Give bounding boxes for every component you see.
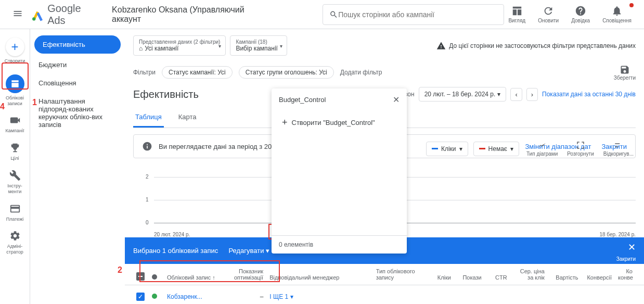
help-button[interactable]: Довідка [567, 3, 594, 26]
annotation-2: 2 [118, 265, 122, 275]
rail-goals[interactable]: Цілі [0, 138, 30, 166]
campaign-dropdown[interactable]: Кампанії (18) Вибір кампанії ▾ [230, 35, 287, 56]
rail-create[interactable]: + Створити [0, 33, 30, 68]
bell-icon [611, 5, 623, 17]
col-impr[interactable]: Покази [454, 274, 485, 281]
add-filter[interactable]: Додати фільтр [340, 69, 382, 76]
search-input[interactable] [338, 10, 497, 19]
chart-adjust-button[interactable]: Відкоригув... [601, 141, 636, 157]
col-type[interactable]: Тип облікового запису [373, 268, 424, 281]
filter-campaign-status[interactable]: Статус кампанії: Усі [162, 66, 233, 79]
selection-close-icon[interactable]: ✕ [628, 242, 636, 253]
notifications-button[interactable]: Сповіщення [598, 3, 636, 26]
create-label-button[interactable]: + Створити "Budget_Control" [277, 113, 402, 132]
selection-text: Вибрано 1 обліковий запис [133, 247, 218, 255]
popup-footer: 0 елементів [272, 235, 407, 254]
help-icon [575, 5, 586, 17]
sliders-icon [614, 141, 623, 150]
metric-none[interactable]: Немає▾ [473, 142, 519, 156]
metric-clicks[interactable]: Кліки▾ [426, 142, 468, 156]
menu-button[interactable] [8, 4, 27, 24]
label-popup: Budget_Control ✕ + Створити "Budget_Cont… [272, 88, 407, 254]
table-row[interactable]: ✓ Кобзаренк... – І ЩЕ 1 ▾ [125, 285, 644, 304]
col-clicks[interactable]: Кліки [423, 274, 454, 281]
rail-campaigns[interactable]: Кампанії [0, 110, 30, 138]
annotation-4: 4 [0, 102, 5, 111]
col-last[interactable]: Ко конве [615, 268, 636, 281]
col-cpc[interactable]: Сер. ціна за клік [510, 268, 548, 281]
more-managers[interactable]: І ЩЕ 1 ▾ [269, 293, 293, 300]
chart-icon [537, 141, 547, 150]
rail-payments[interactable]: Платежі [0, 199, 30, 226]
warning-message: До цієї сторінки не застосовуються фільт… [436, 41, 636, 50]
wrench-icon [9, 170, 21, 181]
sort-up-icon: ↑ [212, 274, 215, 281]
table-header: Обліковий запис ↑ Показник оптимізації В… [125, 264, 644, 285]
col-opt[interactable]: Показник оптимізації [230, 268, 266, 281]
page-title: Ефективність [133, 88, 199, 100]
filters-label: Фільтри [133, 69, 156, 76]
chart-type-button[interactable]: Тип діаграми [524, 141, 560, 157]
col-conv[interactable]: Конверсії [581, 274, 615, 281]
data-view-dropdown[interactable]: Представлення даних (2 фільтри) ⌂Усі кам… [133, 35, 226, 56]
row-checkbox[interactable]: ✓ [136, 293, 145, 301]
chevron-down-icon: ▾ [510, 145, 513, 153]
date-next[interactable]: › [526, 88, 538, 101]
notification-dot [629, 3, 634, 7]
gear-icon [9, 230, 21, 242]
col-ctr[interactable]: CTR [485, 274, 510, 281]
logo-text: Google Ads [47, 3, 99, 27]
sidebar-submanager-settings[interactable]: Налаштування підпоряд-кованих керуючих о… [30, 92, 125, 134]
save-button[interactable]: Зберегти [614, 65, 636, 81]
trophy-icon [9, 142, 21, 154]
status-header-dot [152, 274, 157, 280]
home-icon: ⌂ [139, 45, 143, 52]
tab-map[interactable]: Карта [176, 108, 199, 128]
date-prev[interactable]: ‹ [510, 88, 522, 101]
account-link[interactable]: Кобзаренк... [167, 293, 202, 300]
card-icon [9, 203, 21, 214]
status-dot [152, 294, 157, 299]
popup-close-icon[interactable]: ✕ [393, 95, 400, 105]
col-cost[interactable]: Вартість [548, 274, 582, 281]
select-all-checkbox[interactable] [136, 272, 145, 281]
google-ads-icon [31, 8, 44, 21]
rail-tools[interactable]: Інстру-менти [0, 166, 30, 199]
sidebar-performance[interactable]: Ефективність [34, 35, 121, 54]
filter-adgroup-status[interactable]: Статус групи оголошень: Усі [239, 66, 334, 79]
expand-icon [576, 141, 585, 150]
megaphone-icon [9, 115, 21, 126]
svg-point-0 [32, 17, 35, 20]
chart-expand-button[interactable]: Розгорнути [565, 141, 596, 157]
table-icon [511, 5, 523, 17]
rail-admin[interactable]: Адміні-стратор [0, 226, 30, 259]
col-mgr[interactable]: Відповідальний менеджер [266, 274, 373, 281]
last-30-days-link[interactable]: Показати дані за останні 30 днів [542, 91, 636, 98]
view-button[interactable]: Вигляд [504, 3, 530, 26]
banner-text: Ви переглядаєте дані за період з 2024-02 [159, 143, 289, 150]
save-icon [620, 65, 630, 75]
refresh-icon [543, 5, 554, 17]
edit-button[interactable]: Редагувати▾ [222, 243, 276, 259]
plus-icon: + [6, 37, 24, 56]
chevron-down-icon: ▾ [459, 145, 462, 153]
date-range-select[interactable]: 20 лют. – 18 бер. 2024 р.▾ [419, 87, 507, 102]
plus-icon: + [282, 117, 288, 128]
logo: Google Ads [31, 3, 99, 27]
chevron-down-icon: ▾ [280, 43, 282, 48]
info-icon [142, 141, 152, 151]
opt-value: – [230, 293, 266, 300]
search-icon [329, 10, 338, 19]
warning-icon [436, 41, 446, 50]
hamburger-icon [12, 8, 23, 19]
col-account[interactable]: Обліковий запис ↑ [164, 274, 230, 281]
chevron-down-icon: ▾ [497, 91, 500, 98]
tab-table[interactable]: Таблиця [133, 108, 164, 128]
chevron-down-icon: ▾ [266, 247, 269, 255]
account-name[interactable]: Kobzarenko Oksana (Управляючий аккаунт [112, 5, 271, 24]
chevron-down-icon: ▾ [218, 43, 221, 48]
refresh-button[interactable]: Оновити [534, 3, 563, 26]
sidebar-notifications[interactable]: Сповіщення [30, 74, 125, 92]
sidebar-budgets[interactable]: Бюджети [30, 56, 125, 74]
search-box[interactable] [323, 4, 504, 25]
